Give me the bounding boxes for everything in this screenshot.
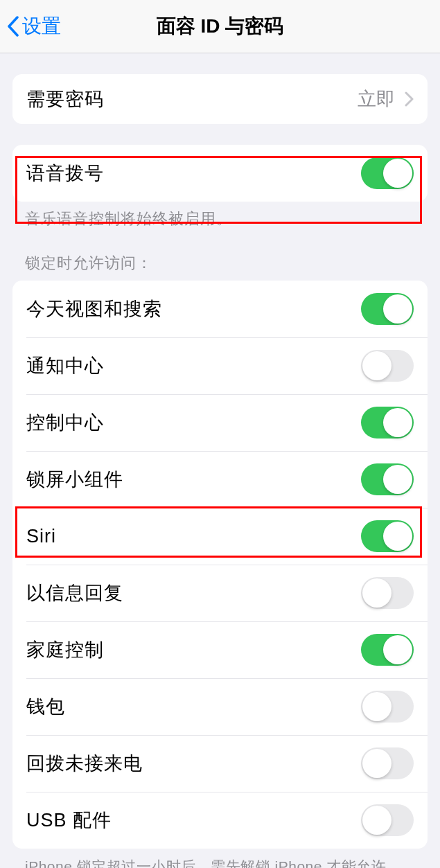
list-item-label: 以信息回复 xyxy=(26,581,123,605)
wallet-row: 钱包 xyxy=(12,678,428,735)
back-button[interactable]: 设置 xyxy=(0,13,61,39)
siri-row: Siri xyxy=(12,508,428,565)
voice-dial-toggle[interactable] xyxy=(361,157,414,189)
usb-footer: iPhone 锁定超过一小时后，需先解锁 iPhone 才能允许USB 配件连接… xyxy=(25,857,415,868)
list-item-label: 回拨未接来电 xyxy=(26,751,143,776)
passcode-group: 需要密码 立即 xyxy=(12,74,428,124)
list-item-label: 控制中心 xyxy=(26,410,104,435)
list-item-label: 家庭控制 xyxy=(26,637,104,662)
list-item-label: 今天视图和搜索 xyxy=(26,296,162,321)
require-passcode-label: 需要密码 xyxy=(26,87,104,112)
lock-access-header: 锁定时允许访问： xyxy=(25,253,415,274)
list-item-label: 通知中心 xyxy=(26,353,104,378)
navigation-bar: 设置 面容 ID 与密码 xyxy=(0,0,440,53)
control-center-toggle[interactable] xyxy=(361,407,414,439)
lock-screen-widgets-toggle[interactable] xyxy=(361,463,414,495)
return-missed-calls-row: 回拨未接来电 xyxy=(12,735,428,792)
home-control-toggle[interactable] xyxy=(361,634,414,666)
lock-screen-widgets-row: 锁屏小组件 xyxy=(12,451,428,508)
voice-dial-footer: 音乐语音控制将始终被启用。 xyxy=(25,209,415,229)
list-item-label: 锁屏小组件 xyxy=(26,467,123,492)
voice-dial-row: 语音拨号 xyxy=(12,145,428,202)
reply-with-message-toggle[interactable] xyxy=(361,577,414,609)
wallet-toggle[interactable] xyxy=(361,691,414,723)
require-passcode-row[interactable]: 需要密码 立即 xyxy=(12,74,428,124)
control-center-row: 控制中心 xyxy=(12,394,428,451)
home-control-row: 家庭控制 xyxy=(12,621,428,678)
chevron-left-icon xyxy=(7,16,19,37)
reply-with-message-row: 以信息回复 xyxy=(12,565,428,621)
siri-toggle[interactable] xyxy=(361,520,414,552)
today-view-toggle[interactable] xyxy=(361,293,414,325)
notification-center-row: 通知中心 xyxy=(12,337,428,394)
voice-dial-group: 语音拨号 xyxy=(12,145,428,202)
chevron-right-icon xyxy=(405,91,414,107)
voice-dial-label: 语音拨号 xyxy=(26,161,104,186)
list-item-label: 钱包 xyxy=(26,694,65,719)
notification-center-toggle[interactable] xyxy=(361,350,414,382)
list-item-label: Siri xyxy=(26,526,56,547)
page-title: 面容 ID 与密码 xyxy=(0,13,440,39)
require-passcode-value: 立即 xyxy=(358,87,414,112)
list-item-label: USB 配件 xyxy=(26,808,112,833)
usb-accessories-row: USB 配件 xyxy=(12,792,428,849)
usb-accessories-toggle[interactable] xyxy=(361,804,414,836)
back-label: 设置 xyxy=(22,13,61,39)
lock-access-group: 今天视图和搜索 通知中心 控制中心 锁屏小组件 Siri 以信息回复 家庭控制 xyxy=(12,281,428,849)
return-missed-calls-toggle[interactable] xyxy=(361,747,414,779)
today-view-row: 今天视图和搜索 xyxy=(12,281,428,337)
